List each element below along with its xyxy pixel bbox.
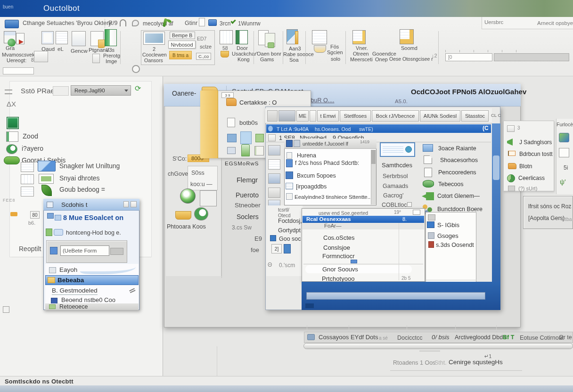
context-item-2[interactable]: Conslsjoe [323,245,350,252]
globe-icon[interactable] [180,188,196,204]
group4-cico[interactable]: C.,co [196,53,211,60]
schedule-field-value[interactable]: (UeBete Form [63,248,97,254]
edge-box-icon[interactable] [559,148,569,157]
fpanel-top-icon[interactable] [507,125,515,132]
notebook-green-icon[interactable] [236,30,248,44]
group1-line2[interactable]: Uereogt: [7,57,26,64]
group2-small-box[interactable] [92,54,100,63]
tab-icon-box2[interactable] [278,110,295,122]
bottom-item-4[interactable]: 0/ bsis [432,334,450,341]
sidebar-item-zood[interactable]: Zood [23,132,38,140]
window-right-strip[interactable] [492,123,500,282]
menu-item-gestmodeled[interactable]: B. Gestmodeled [52,287,98,295]
context-item-3[interactable]: Formnctiocr [322,253,355,260]
tab-alunk[interactable]: AlUNk Sodiesl [420,110,460,122]
group3-line2[interactable]: Prerotg [103,53,120,59]
group5-line3[interactable]: Kong [237,57,250,63]
clock-icon[interactable] [132,65,140,73]
tab-stetlfoses[interactable]: Stetlfoses [340,110,371,122]
rcn-label[interactable]: 3rcn [220,21,230,27]
layout-stack-icon[interactable] [312,30,327,44]
context-checkbox[interactable] [413,210,420,215]
group6-line2[interactable]: Gams [260,57,274,63]
group3-line1[interactable]: J3s [106,47,115,53]
strip-icon-3[interactable] [268,173,280,184]
list-item-2[interactable]: f 2/cs hoss Phacd Sdcrtb: [295,160,359,167]
context-item-4[interactable]: Gnor Soouvs [322,266,358,273]
bottom-item-6[interactable]: Bf T [503,334,514,341]
screen-icon[interactable] [144,32,164,44]
group7-line1[interactable]: Aan3 [289,46,301,52]
menu-item-retoeoece[interactable]: Retoeoece [59,303,88,310]
nrvbosod-box[interactable]: Nrvbosod [168,41,196,49]
tab-stasstoc[interactable]: Stasstoc [461,110,489,122]
group4-sclze[interactable]: sclze [200,44,212,50]
list-scrollbar-thumb[interactable] [371,150,376,164]
sidebar-item-snyai[interactable]: Snyai dhrotes [59,174,100,182]
ribbon-tab-label[interactable]: Cthange Setuaches 'Byrou Oktery [23,20,112,26]
sidebar-item-goub[interactable]: Goub bedoog = [59,186,105,193]
strip-icon-1[interactable] [268,145,280,155]
mid-item-2[interactable]: Serbrbsol [383,173,408,180]
feature-item-3[interactable]: Pencooredens [438,169,476,176]
sidebar-item-ayero[interactable]: i?ayero [22,145,43,152]
mid-item-3[interactable]: Gamaads [383,183,408,189]
group8-line1[interactable]: Fös [330,44,339,50]
side-label-b[interactable]: Foctdosj, [278,218,302,224]
sidebar-small-box[interactable] [53,86,69,96]
nav-item-e9[interactable]: E9 [254,236,262,243]
file-tab-icon[interactable] [5,20,19,28]
fpanel-item-5[interactable]: (?) sUrt) [518,186,537,192]
group1-line1[interactable]: Mvamoscsvek [2,52,35,58]
left-col-c[interactable]: koo:u — [190,181,213,188]
tab-bock[interactable]: Bock rJ/Vbecnce [372,110,419,122]
bempe-dropdown[interactable]: Bempe B [170,32,195,39]
group1-word[interactable]: Gra [6,45,15,51]
bottom-pill-bar[interactable] [303,343,573,349]
group9-line1[interactable]: Vner. [356,45,368,51]
fpanel-item-2[interactable]: Bdrbcun tostt [519,151,553,158]
bottom-item-5[interactable]: Arctivegloodd Dbd5 [455,334,506,341]
menu-item-eayoh[interactable]: Eayoh [59,266,77,274]
gencw-label[interactable]: Gencw [71,48,88,54]
fpanel-item-4[interactable]: Ceerlicass [518,175,545,182]
group11-line2[interactable]: Oese Otosngcisee r [389,56,433,62]
rpanel-item-3[interactable]: s.3ds Oosendt [436,242,474,248]
fpanel-item-1[interactable]: J Sadnglsors [519,139,552,146]
folder-panel-item[interactable]: botb0s [239,120,258,127]
bottom-item-1[interactable]: Cossayoos EYdf Dots [319,334,378,341]
tab-emwi[interactable]: t Emwi [317,110,339,122]
fpanel-item-3[interactable]: Blotn [519,163,532,170]
tab-mini[interactable] [310,110,316,122]
speech-bubble-icon[interactable] [4,156,20,164]
bottom-item-7[interactable]: Eotuse Cotirnoat [520,335,564,341]
nav-item-foe[interactable]: foe [251,247,259,254]
swoosh-green-icon[interactable] [6,144,17,154]
note-lines-icon[interactable] [352,30,366,44]
group3-line3[interactable]: Imge [106,58,117,65]
folder-blue-icon[interactable] [208,19,217,26]
rpanel-item-1[interactable]: S- IGbis [437,222,459,229]
highlighted-option[interactable]: B tms a [169,51,192,59]
group8-line2[interactable]: Sgcien [327,49,343,56]
dialog-close-button[interactable] [131,201,137,207]
nav-item-stneober[interactable]: Stneober [235,202,261,209]
mid-item-1[interactable]: Samthcdes [382,162,412,169]
nav-item-soclers[interactable]: Soclers [237,213,259,220]
table-green-icon[interactable] [7,117,19,129]
list-item-4[interactable]: [irpoagddbs [296,183,327,190]
mid-item-4[interactable]: Gacrog' [383,192,403,199]
dialog-min-button[interactable] [123,201,129,207]
group7-line3[interactable]: Soa [289,57,299,63]
ribbon-r9-label[interactable]: R/9 [108,20,117,26]
inner-toolbar-icon[interactable] [268,134,276,141]
bell-icon[interactable] [120,19,126,26]
group7-line2[interactable]: Rabe soooce [283,51,314,57]
group5-line1[interactable]: Door [237,45,248,51]
side-label-c[interactable]: Gortydpt [278,227,301,234]
list-item-5[interactable]: Eealyindne3 tinshiece Sttentte... [295,194,372,200]
nav-item-sw[interactable]: 3.cs Sw [232,225,252,231]
group11-line1[interactable]: Soomd [401,45,417,51]
warning-label[interactable]: 1Wunrrw [238,21,261,27]
page-icon[interactable] [199,18,205,26]
